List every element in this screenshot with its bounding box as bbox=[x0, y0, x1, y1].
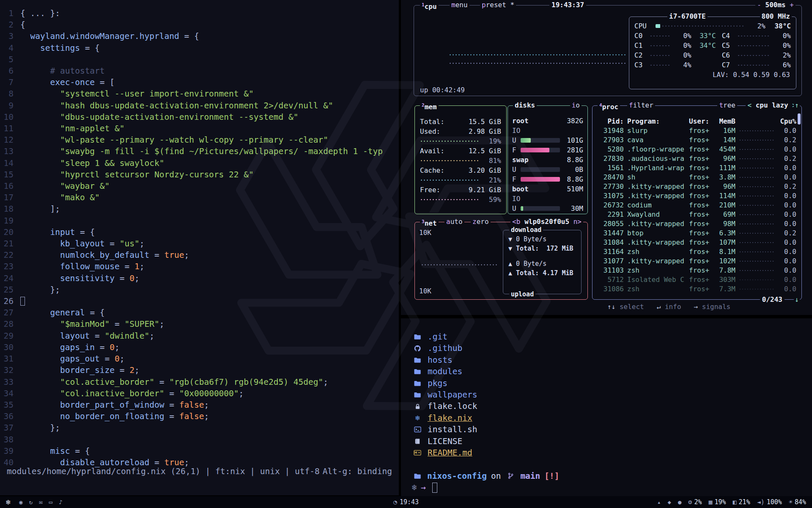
code-line[interactable]: 29 layout = "dwindle"; bbox=[0, 330, 399, 342]
process-row[interactable]: 28470shfros+3.8M0.0 bbox=[593, 173, 801, 182]
scroll-down-arrow[interactable]: ↓ bbox=[794, 295, 800, 304]
code-line[interactable]: 22 numlock_by_default = true; bbox=[0, 249, 399, 261]
process-table-header[interactable]: Pid: Program: User: MemB Cpu% bbox=[593, 117, 801, 126]
code-line[interactable]: 36 no_border_on_floating = false; bbox=[0, 411, 399, 422]
line-number: 9 bbox=[0, 100, 20, 111]
cpu-indicator[interactable]: ⚙2% bbox=[688, 498, 702, 506]
code-line[interactable]: 24 sensitivity = 0; bbox=[0, 273, 399, 284]
code-area[interactable]: 1{ ... }:2{3 wayland.windowManager.hyprl… bbox=[0, 0, 399, 468]
restart-icon[interactable]: ↻ bbox=[29, 499, 33, 505]
info-button[interactable]: ↵ info bbox=[657, 302, 681, 312]
process-row[interactable]: 31084.kitty-wrappedfros+107M0.0 bbox=[593, 238, 801, 247]
music-icon[interactable]: ♪ bbox=[59, 499, 62, 505]
editor-window[interactable]: 1{ ... }:2{3 wayland.windowManager.hyprl… bbox=[0, 0, 399, 495]
code-line[interactable]: 23 follow_mouse = 1; bbox=[0, 261, 399, 272]
display-icon[interactable]: ▭ bbox=[49, 499, 52, 505]
code-line[interactable]: 16 "waybar &" bbox=[0, 180, 399, 192]
volume-indicator[interactable]: ◄)100% bbox=[757, 498, 782, 506]
code-line[interactable]: 7 exec-once = [ bbox=[0, 77, 399, 88]
code-line[interactable]: 32 border_size = 2; bbox=[0, 364, 399, 376]
filter-button[interactable]: filter bbox=[627, 101, 655, 110]
code-line[interactable]: 27 general = { bbox=[0, 307, 399, 318]
preset-button[interactable]: preset * bbox=[480, 0, 516, 10]
brightness-indicator[interactable]: ☀84% bbox=[789, 498, 806, 506]
code-line[interactable]: 31 gaps_out = 0; bbox=[0, 353, 399, 364]
refresh-increase-button[interactable]: + bbox=[790, 1, 794, 9]
code-line[interactable]: 19 bbox=[0, 215, 399, 226]
tray-dot-icon[interactable]: ● bbox=[678, 499, 681, 505]
code-line[interactable]: 21 kb_layout = "us"; bbox=[0, 238, 399, 249]
scroll-up-arrow[interactable]: ↑ bbox=[794, 101, 800, 110]
code-line[interactable]: 18 ]; bbox=[0, 203, 399, 215]
code-line[interactable]: 6 # autostart bbox=[0, 65, 399, 77]
code-line[interactable]: 30 gaps_in = 0; bbox=[0, 342, 399, 353]
code-line[interactable]: 3 wayland.windowManager.hyprland = { bbox=[0, 30, 399, 42]
code-line[interactable]: 2{ bbox=[0, 19, 399, 30]
disk-indicator[interactable]: ◧21% bbox=[733, 498, 750, 506]
process-row[interactable]: 5280.floorp-wrappefros+454M0.0 bbox=[593, 145, 801, 154]
process-row[interactable]: 1561.Hyprland-wrapfros+111M0.0 bbox=[593, 163, 801, 173]
tree-button[interactable]: tree bbox=[717, 101, 737, 110]
code-line[interactable]: 8 "systemctl --user import-environment &… bbox=[0, 88, 399, 99]
code-line[interactable]: 13 "swaybg -m fill -i $(find ~/Pictures/… bbox=[0, 146, 399, 157]
code-line[interactable]: 26 bbox=[0, 295, 399, 307]
tray-expand-icon[interactable]: ▴ bbox=[657, 499, 661, 505]
code-line[interactable]: 10 "dbus-update-activation-environment -… bbox=[0, 111, 399, 123]
memory-indicator[interactable]: ▦19% bbox=[708, 498, 726, 506]
code-line[interactable]: 37 }; bbox=[0, 422, 399, 433]
signals-button[interactable]: → signals bbox=[694, 302, 731, 312]
nix-shell-icon: ❄ bbox=[412, 482, 417, 493]
line-number: 25 bbox=[0, 284, 20, 295]
code-line[interactable]: 11 "nm-applet &" bbox=[0, 123, 399, 134]
code-line[interactable]: 39 misc = { bbox=[0, 445, 399, 457]
io-mode-button[interactable]: io bbox=[570, 101, 582, 110]
code-line[interactable]: 25 }; bbox=[0, 284, 399, 295]
menu-button[interactable]: menu bbox=[450, 0, 469, 10]
terminal-window[interactable]: .git.githubhostsmodulespkgswallpapersfla… bbox=[401, 318, 812, 496]
process-row[interactable]: 28055.kitty-wrappedfros+98M0.0 bbox=[593, 219, 801, 229]
refresh-rate-control[interactable]: - 500ms + bbox=[755, 0, 796, 10]
code-line[interactable]: 35 border_part_of_window = false; bbox=[0, 399, 399, 411]
code-line[interactable]: 17 "mako &" bbox=[0, 192, 399, 203]
tray-app-icon[interactable]: ◆ bbox=[667, 499, 671, 505]
messages-icon[interactable]: ✉ bbox=[39, 499, 42, 505]
code-line[interactable]: 12 "wl-paste --primary --watch wl-copy -… bbox=[0, 134, 399, 146]
process-row[interactable]: 31077.kitty-wrappedfros+102M0.0 bbox=[593, 257, 801, 266]
process-row[interactable]: 2291Xwaylandfros+69M0.0 bbox=[593, 210, 801, 219]
process-row[interactable]: 31164zshfros+8.1M0.0 bbox=[593, 247, 801, 257]
nixos-logo-icon[interactable]: ❄ bbox=[6, 499, 10, 506]
proc-scrollbar[interactable] bbox=[798, 113, 801, 124]
process-row[interactable]: 27730.kitty-wrappedfros+96M0.2 bbox=[593, 182, 801, 191]
code-line[interactable]: 4 settings = { bbox=[0, 42, 399, 54]
sort-mode-selector[interactable]: < cpu lazy > bbox=[746, 101, 798, 110]
process-row[interactable]: 31447btopfros+6.3M0.2 bbox=[593, 229, 801, 238]
folder-icon bbox=[412, 357, 423, 363]
code-line[interactable]: 38 bbox=[0, 434, 399, 445]
process-row[interactable]: 31948slurpfros+16M0.0 bbox=[593, 126, 801, 135]
code-line[interactable]: 9 "hash dbus-update-activation-environme… bbox=[0, 100, 399, 111]
net-zero-button[interactable]: zero bbox=[471, 217, 491, 226]
code-line[interactable]: 14 "sleep 1 && swaylock" bbox=[0, 157, 399, 169]
process-row[interactable]: 5712Isolated Web Cfros+303M0.0 bbox=[593, 275, 801, 284]
code-line[interactable]: 15 "hyprctl setcursor Nordzy-cursors 22 … bbox=[0, 169, 399, 180]
process-row[interactable]: 26732codiumfros+210M0.0 bbox=[593, 201, 801, 210]
process-row[interactable]: 27830.audacious-wrafros+96M0.2 bbox=[593, 154, 801, 163]
process-row[interactable]: 27903cavafros+14M0.2 bbox=[593, 135, 801, 145]
code-line[interactable]: 33 "col.active_border" = "rgb(cba6f7) rg… bbox=[0, 376, 399, 388]
process-row[interactable]: 31075.kitty-wrappedfros+114M0.0 bbox=[593, 191, 801, 201]
select-button[interactable]: ↑↓ select bbox=[607, 302, 644, 312]
code-line[interactable]: 5 bbox=[0, 54, 399, 65]
code-line[interactable]: 34 "col.inactive_border" = "0x00000000"; bbox=[0, 388, 399, 399]
code-text: exec-once = [ bbox=[20, 77, 115, 88]
disk-rows: root382GIOU101GF281Gswap8.8GU0BF8.8Gboot… bbox=[508, 116, 587, 213]
process-row[interactable]: 31086zshfros+7.3M0.0 bbox=[593, 284, 801, 294]
shell-prompt-line2[interactable]: ❄ → bbox=[412, 482, 812, 493]
net-auto-button[interactable]: auto bbox=[444, 217, 464, 226]
code-line[interactable]: 28 "$mainMod" = "SUPER"; bbox=[0, 318, 399, 330]
launcher-icon[interactable]: ◉ bbox=[19, 499, 22, 505]
btop-window[interactable]: 1cpu menu preset * 19:43:37 - 500ms + up… bbox=[401, 0, 812, 315]
code-line[interactable]: 20 input = { bbox=[0, 226, 399, 238]
process-row[interactable]: 31103zshfros+7.8M0.0 bbox=[593, 266, 801, 275]
code-line[interactable]: 1{ ... }: bbox=[0, 8, 399, 19]
refresh-decrease-button[interactable]: - bbox=[757, 1, 761, 9]
